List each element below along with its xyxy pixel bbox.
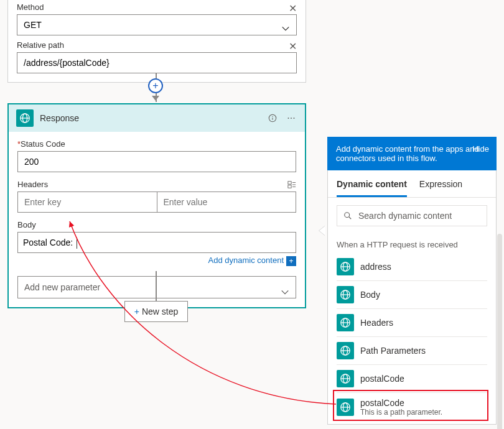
search-icon [343, 211, 352, 220]
relative-path-input[interactable] [17, 52, 297, 73]
status-code-input[interactable] [17, 151, 296, 172]
svg-point-8 [345, 213, 350, 218]
svg-point-5 [272, 116, 273, 117]
body-value: Postal Code: [23, 238, 75, 247]
globe-icon [337, 342, 354, 359]
body-input[interactable]: Postal Code: [17, 232, 296, 253]
add-dc-plus-icon[interactable]: + [286, 256, 296, 266]
tab-dynamic-content[interactable]: Dynamic content [337, 170, 407, 197]
method-label: Method [17, 2, 297, 12]
token-postalcode-param[interactable]: postalCode This is a path parameter. [337, 393, 487, 422]
globe-icon [337, 314, 354, 331]
header-key-input[interactable] [17, 191, 157, 213]
http-request-card: Method ✕ GET Relative path ✕ [7, 0, 306, 83]
add-dynamic-content-link[interactable]: Add dynamic content [208, 256, 284, 265]
response-card: Response ··· *Status Code Headers Body P… [7, 103, 306, 308]
token-body[interactable]: Body [337, 281, 487, 309]
dc-tabs: Dynamic content Expression [328, 170, 496, 198]
info-icon[interactable] [266, 112, 279, 124]
panel-caret [319, 226, 325, 236]
dc-group-header: When a HTTP request is received [337, 234, 487, 253]
response-title: Response [40, 113, 260, 123]
globe-icon [337, 286, 354, 303]
method-value: GET [24, 20, 42, 30]
dc-token-list: When a HTTP request is received address … [328, 234, 496, 424]
svg-line-9 [349, 217, 352, 219]
switch-mode-icon[interactable] [287, 180, 296, 191]
globe-icon [337, 258, 354, 275]
chevron-down-icon [281, 283, 289, 304]
header-value-input[interactable] [157, 191, 297, 213]
connector-line [156, 271, 157, 301]
add-parameter-select[interactable]: Add new parameter [17, 276, 296, 298]
globe-icon [337, 370, 354, 387]
token-path-parameters[interactable]: Path Parameters [337, 337, 487, 365]
add-parameter-label: Add new parameter [24, 282, 100, 292]
status-code-label: *Status Code [17, 139, 296, 149]
more-icon[interactable]: ··· [285, 112, 297, 124]
dc-banner-text: Add dynamic content from the apps and co… [336, 144, 479, 163]
response-header[interactable]: Response ··· [9, 104, 305, 132]
dynamic-content-panel: Add dynamic content from the apps and co… [327, 137, 497, 425]
chevron-down-icon [281, 20, 290, 40]
dc-banner: Add dynamic content from the apps and co… [327, 137, 497, 170]
svg-rect-7 [288, 185, 291, 187]
globe-icon [16, 109, 34, 127]
flow-canvas: Method ✕ GET Relative path ✕ + Response … [0, 0, 311, 429]
hide-button[interactable]: Hide [472, 144, 489, 154]
scrollbar[interactable] [497, 234, 502, 429]
headers-label: Headers [17, 180, 48, 189]
method-select[interactable]: GET [17, 14, 297, 35]
token-postalcode[interactable]: postalCode [337, 365, 487, 393]
svg-rect-6 [288, 181, 291, 183]
token-headers[interactable]: Headers [337, 309, 487, 337]
globe-icon [337, 399, 354, 416]
body-label: Body [17, 220, 296, 229]
add-action-button[interactable]: + [148, 78, 163, 93]
tab-expression[interactable]: Expression [419, 170, 462, 197]
relative-clear-icon[interactable]: ✕ [289, 40, 297, 52]
relative-path-label: Relative path [17, 40, 297, 50]
dc-search-placeholder: Search dynamic content [358, 211, 452, 221]
token-address[interactable]: address [337, 253, 487, 281]
arrow-down-icon [152, 96, 159, 101]
new-step-button[interactable]: +New step [124, 301, 188, 322]
method-clear-icon[interactable]: ✕ [289, 2, 297, 14]
text-cursor [77, 238, 77, 249]
dc-search-input[interactable]: Search dynamic content [337, 205, 487, 226]
